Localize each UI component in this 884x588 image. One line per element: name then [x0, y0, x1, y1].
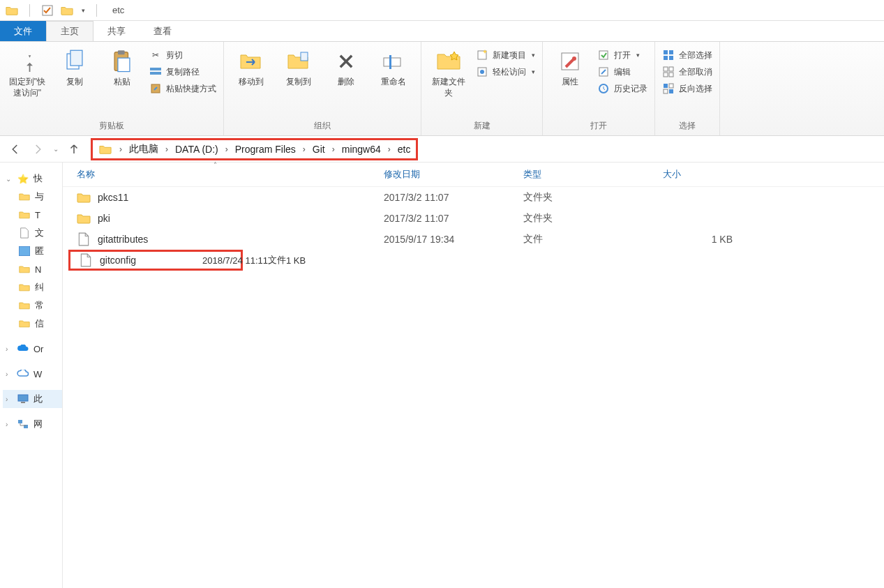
tree-item[interactable]: 文 [15, 224, 62, 242]
document-icon [18, 227, 31, 239]
tree-item[interactable]: N [15, 260, 62, 278]
column-size[interactable]: 大小 [663, 168, 747, 181]
pin-quick-access-button[interactable]: 固定到"快速访问" [7, 46, 47, 98]
tree-item[interactable]: 常 [15, 296, 62, 315]
back-button[interactable] [6, 140, 25, 159]
file-type: 文件夹 [523, 212, 663, 225]
column-name[interactable]: 名称 [77, 168, 384, 181]
new-folder-label: 新建文件夹 [428, 77, 469, 98]
invert-selection-button[interactable]: 反向选择 [662, 82, 712, 95]
chevron-right-icon[interactable]: › [384, 144, 395, 154]
group-label-clipboard: 剪贴板 [7, 118, 216, 134]
folder-icon [6, 4, 18, 17]
file-row[interactable]: gitattributes 2015/9/17 19:34 文件 1 KB [63, 229, 884, 250]
rename-icon [381, 49, 406, 74]
tree-network[interactable]: ›网 [3, 415, 62, 433]
file-date: 2015/9/17 19:34 [384, 234, 523, 245]
tree-wps[interactable]: ›W [3, 365, 62, 383]
new-folder-button[interactable]: 新建文件夹 [428, 46, 469, 98]
easy-access-button[interactable]: 轻松访问▾ [476, 66, 535, 78]
paste-shortcut-button[interactable]: 粘贴快捷方式 [149, 82, 216, 95]
svg-rect-9 [301, 52, 308, 61]
invert-icon [662, 82, 675, 95]
folder-icon [77, 211, 91, 226]
breadcrumb-item[interactable]: Program Files [235, 144, 296, 155]
edit-button[interactable]: 编辑 [597, 66, 647, 78]
open-button[interactable]: 打开▾ [597, 49, 647, 61]
column-type[interactable]: 类型 [523, 168, 663, 181]
chevron-right-icon[interactable]: › [161, 144, 172, 154]
navigation-tree[interactable]: ⌄⭐快 与 T 文 匿 N 纠 常 信 ›Or ›W ›此 ›网 [0, 163, 63, 588]
separator [29, 4, 30, 17]
svg-rect-10 [384, 58, 400, 66]
chevron-right-icon[interactable]: › [299, 144, 310, 154]
folder-icon [18, 281, 31, 294]
pc-icon [17, 393, 29, 405]
ribbon-group-organize: 移动到 复制到 删除 重命名 组织 [224, 42, 421, 135]
svg-rect-21 [669, 50, 673, 54]
file-name: pkcs11 [98, 192, 128, 203]
tree-onedrive[interactable]: ›Or [3, 340, 62, 358]
svg-rect-32 [19, 246, 30, 256]
separator [96, 4, 97, 17]
file-list[interactable]: pkcs11 2017/3/2 11:07 文件夹 pki 2017/3/2 1… [63, 187, 884, 588]
chevron-right-icon[interactable]: › [328, 144, 339, 154]
tab-view[interactable]: 查看 [140, 21, 186, 41]
folder-icon [18, 317, 31, 330]
edit-icon [597, 66, 610, 78]
tree-item[interactable]: T [15, 206, 62, 224]
select-all-icon [662, 49, 675, 61]
rename-button[interactable]: 重命名 [373, 46, 414, 88]
breadcrumb-item[interactable]: Git [313, 144, 325, 155]
cut-button[interactable]: ✂剪切 [149, 49, 216, 61]
folder-open-icon[interactable] [61, 4, 73, 17]
tree-quick-access[interactable]: ⌄⭐快 [3, 169, 62, 188]
tab-home[interactable]: 主页 [46, 21, 93, 41]
chevron-right-icon[interactable]: › [115, 144, 126, 154]
move-to-button[interactable]: 移动到 [231, 46, 271, 88]
column-date[interactable]: 修改日期 [384, 168, 523, 181]
tree-this-pc[interactable]: ›此 [3, 390, 62, 408]
breadcrumb-item[interactable]: mingw64 [342, 144, 381, 155]
svg-rect-5 [118, 58, 130, 71]
delete-button[interactable]: 删除 [326, 46, 366, 88]
tree-item[interactable]: 匿 [15, 242, 62, 260]
tab-share[interactable]: 共享 [93, 21, 140, 41]
breadcrumb-item[interactable]: 此电脑 [129, 143, 158, 156]
qat-checkbox-icon[interactable] [41, 4, 54, 17]
select-none-button[interactable]: 全部取消 [662, 66, 712, 78]
breadcrumb-item[interactable]: etc [398, 144, 411, 155]
file-row[interactable]: pkcs11 2017/3/2 11:07 文件夹 [63, 187, 884, 208]
file-row[interactable]: pki 2017/3/2 11:07 文件夹 [63, 208, 884, 229]
group-label-new: 新建 [428, 118, 535, 134]
copy-button[interactable]: 复制 [54, 46, 95, 88]
folder-icon [18, 209, 31, 221]
copy-to-icon [286, 49, 311, 74]
tree-item[interactable]: 与 [15, 188, 62, 206]
copy-icon [62, 49, 87, 74]
copy-to-button[interactable]: 复制到 [278, 46, 319, 88]
folder-icon [18, 263, 31, 276]
paste-button[interactable]: 粘贴 [102, 46, 142, 88]
chevron-right-icon[interactable]: › [221, 144, 232, 154]
select-all-button[interactable]: 全部选择 [662, 49, 712, 61]
breadcrumb[interactable]: › 此电脑 › DATA (D:) › Program Files › Git … [91, 139, 878, 160]
qat-dropdown[interactable]: ▾ [82, 7, 85, 14]
svg-rect-29 [669, 84, 673, 88]
properties-button[interactable]: 属性 [550, 46, 590, 88]
copy-path-button[interactable]: 复制路径 [149, 66, 216, 78]
svg-rect-28 [664, 84, 668, 88]
recent-dropdown[interactable]: ⌄ [50, 140, 61, 159]
history-button[interactable]: 历史记录 [597, 82, 647, 95]
tree-item[interactable]: 信 [15, 315, 62, 333]
paste-label: 粘贴 [114, 77, 130, 88]
tab-file[interactable]: 文件 [0, 21, 46, 41]
up-button[interactable] [64, 140, 84, 159]
svg-rect-7 [150, 72, 161, 75]
breadcrumb-item[interactable]: DATA (D:) [175, 144, 218, 155]
forward-button[interactable] [28, 140, 47, 159]
breadcrumb-highlight: › 此电脑 › DATA (D:) › Program Files › Git … [91, 138, 418, 160]
svg-rect-31 [669, 89, 673, 93]
new-item-button[interactable]: 新建项目▾ [476, 49, 535, 61]
tree-item[interactable]: 纠 [15, 278, 62, 296]
